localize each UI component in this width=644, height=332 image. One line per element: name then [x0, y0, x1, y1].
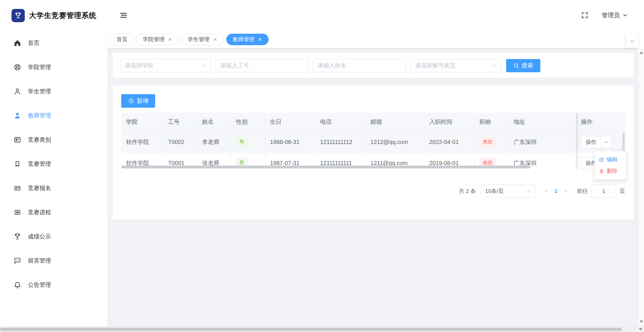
horizontal-scroll-thumb[interactable]: [0, 328, 622, 331]
sidebar-item-score[interactable]: 成绩公示: [0, 224, 107, 248]
sidebar-item-signup[interactable]: 竞赛报名: [0, 176, 107, 200]
tab-college[interactable]: 学院管理: [136, 34, 179, 45]
cell-hire-date: 2022-04-01: [424, 132, 475, 153]
chevron-down-icon: [526, 189, 531, 194]
page-vertical-scrollbar[interactable]: [638, 48, 644, 326]
search-button[interactable]: 搜索: [506, 59, 540, 72]
sidebar-item-college[interactable]: 学院管理: [0, 55, 107, 79]
sidebar-item-label: 竞赛报名: [28, 184, 51, 192]
category-icon: [14, 136, 21, 144]
goto-page-input[interactable]: [591, 185, 616, 198]
page-size-select[interactable]: 10条/页: [481, 185, 535, 198]
column-header: 地址: [509, 113, 576, 132]
row-action-button[interactable]: 操作: [581, 136, 612, 148]
trophy-logo-icon: [12, 9, 25, 22]
search-button-label: 搜索: [522, 62, 533, 69]
cell-birthday: 1988-08-31: [265, 132, 315, 153]
close-icon[interactable]: [258, 37, 262, 42]
tab-overflow-button[interactable]: [626, 35, 638, 48]
bell-icon: [14, 281, 21, 289]
tab-home[interactable]: 首页: [110, 34, 134, 45]
sidebar-item-category[interactable]: 竞赛类别: [0, 128, 107, 152]
column-header: 姓名: [197, 113, 231, 132]
sidebar-item-label: 学生管理: [28, 88, 51, 95]
college-select-placeholder: 请选择学院: [125, 62, 153, 69]
sidebar-item-label: 公告管理: [28, 281, 51, 289]
tab-label: 学生管理: [188, 36, 210, 43]
row-action-menu: 编辑 删除: [594, 151, 626, 180]
page-number[interactable]: 1: [552, 188, 561, 194]
column-header: 性别: [231, 113, 265, 132]
student-icon: [14, 88, 21, 95]
edit-icon: [599, 157, 604, 162]
cell-name: 李老师: [197, 132, 231, 153]
tab-student[interactable]: 学生管理: [181, 34, 224, 45]
column-header: 入职时间: [424, 113, 475, 132]
staff-id-input[interactable]: [216, 59, 308, 72]
status-select[interactable]: 请选择账号状态: [411, 59, 501, 72]
scroll-down-arrow-icon[interactable]: [640, 320, 643, 323]
home-icon: [14, 39, 21, 47]
cell-phone: 12111111112: [315, 132, 366, 153]
cell-actions: 操作: [576, 132, 625, 153]
column-header: 操作: [576, 113, 625, 132]
trash-icon: [599, 168, 604, 174]
sidebar-item-label: 首页: [28, 39, 39, 47]
page-size-value: 10条/页: [485, 187, 504, 195]
goto-label: 前往: [577, 187, 588, 195]
sidebar-item-notice[interactable]: 公告管理: [0, 273, 107, 297]
tab-bar: 首页 学院管理 学生管理 教师管理: [108, 31, 638, 48]
user-dropdown[interactable]: 管理员: [602, 11, 628, 19]
tab-teacher[interactable]: 教师管理: [226, 34, 269, 45]
plus-circle-icon: [128, 98, 134, 104]
column-header: 工号: [163, 113, 197, 132]
menu-fold-icon[interactable]: [119, 11, 128, 20]
table-horizontal-scrollbar[interactable]: [121, 166, 531, 168]
tab-label: 首页: [117, 36, 128, 43]
sidebar-item-label: 成绩公示: [28, 233, 51, 240]
row-action-label: 操作: [581, 136, 601, 148]
name-input[interactable]: [313, 59, 406, 72]
sidebar-item-student[interactable]: 学生管理: [0, 79, 107, 103]
sidebar-menu: 首页 学院管理 学生管理 教师管理 竞赛类别: [0, 31, 107, 297]
title-badge: 教授: [480, 137, 496, 147]
sidebar-item-progress[interactable]: 竞赛进程: [0, 200, 107, 224]
scroll-up-arrow-icon[interactable]: [640, 52, 643, 54]
cell-title: 教授: [475, 132, 509, 153]
add-button[interactable]: 新增: [121, 94, 155, 108]
competition-icon: [14, 160, 21, 168]
sidebar-item-label: 竞赛管理: [28, 160, 51, 168]
cell-email: 1212@qq.com: [366, 132, 424, 153]
scroll-corner-arrow-icon: [639, 328, 642, 331]
fullscreen-icon[interactable]: [581, 12, 588, 19]
gender-badge: 男: [236, 137, 247, 147]
cell-college: 软件学院: [121, 132, 163, 153]
main-content: 请选择学院 请选择账号状态 搜索 新增 学院 工号 姓名: [108, 48, 638, 326]
cell-gender: 男: [231, 132, 265, 153]
cell-address: 广东深圳: [509, 132, 576, 153]
chevron-down-icon: [629, 38, 635, 44]
edit-menu-label: 编辑: [607, 156, 618, 163]
close-icon[interactable]: [168, 37, 172, 42]
chevron-down-icon: [491, 63, 497, 69]
delete-menu-item[interactable]: 删除: [594, 165, 626, 177]
column-header: 电话: [315, 113, 366, 132]
status-select-placeholder: 请选择账号状态: [415, 62, 455, 69]
sidebar-item-message[interactable]: 留言管理: [0, 248, 107, 273]
chevron-down-icon: [601, 136, 611, 148]
signup-icon: [14, 184, 21, 192]
sidebar-item-label: 竞赛进程: [28, 208, 51, 216]
top-header: 管理员: [108, 0, 638, 31]
add-button-label: 新增: [137, 97, 148, 105]
progress-icon: [14, 208, 21, 216]
close-icon[interactable]: [213, 37, 217, 42]
sidebar-item-teacher[interactable]: 教师管理: [0, 103, 107, 128]
prev-page-button[interactable]: ‹: [541, 188, 552, 195]
edit-menu-item[interactable]: 编辑: [594, 154, 626, 165]
sidebar-item-home[interactable]: 首页: [0, 31, 107, 55]
college-select[interactable]: 请选择学院: [120, 59, 211, 72]
page-horizontal-scrollbar[interactable]: [0, 326, 644, 332]
page-unit-label: 页: [620, 187, 625, 195]
sidebar-item-competition[interactable]: 竞赛管理: [0, 152, 107, 176]
next-page-button[interactable]: ›: [560, 188, 571, 195]
